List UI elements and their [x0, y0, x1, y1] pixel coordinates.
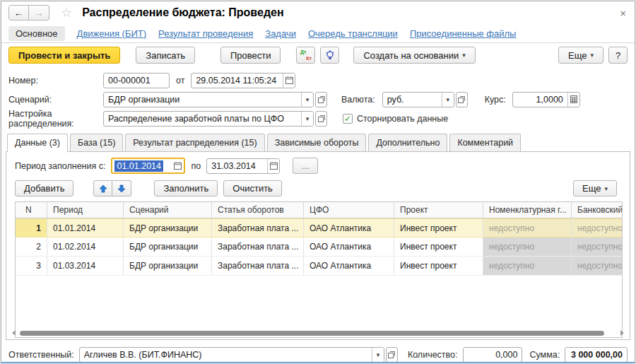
cell-scenario: БДР организации [124, 257, 212, 275]
fill-period-row: Период заполнения с: 01.01.2014 по 31.03… [15, 158, 630, 174]
responsible-open-button[interactable] [386, 347, 398, 363]
period-from-input[interactable]: 01.01.2014 [111, 158, 185, 174]
nav-links-row: Основное Движения (БИТ) Результат провед… [1, 24, 635, 43]
table-row[interactable]: 2 01.02.2014 БДР организации Заработная … [16, 237, 622, 257]
more-button[interactable]: Еще ▾ [558, 47, 603, 64]
quantity-input[interactable]: 0,000 [463, 347, 523, 363]
cell-nomenclature: недоступно [483, 219, 572, 237]
move-down-button[interactable] [112, 180, 131, 196]
tab-distribution-result[interactable]: Результат распределения (15) [125, 134, 264, 152]
document-footer: Ответственный: Агличев В.В. (БИТ.ФИНАНС)… [1, 343, 635, 363]
lightbulb-icon [325, 50, 335, 61]
currency-label: Валюта: [341, 95, 375, 105]
tab-bar: Данные (3) База (15) Результат распредел… [1, 134, 635, 152]
move-up-button[interactable] [93, 180, 112, 196]
create-based-on-button[interactable]: Создать на основании ▾ [353, 47, 475, 64]
setting-dropdown-icon[interactable]: ▾ [301, 112, 313, 126]
calendar-icon[interactable] [267, 159, 279, 173]
cell-article: Заработная плата ... [212, 237, 304, 256]
table-row[interactable]: 3 01.03.2014 БДР организации Заработная … [16, 257, 622, 276]
col-header-article[interactable]: Статья оборотов [212, 202, 304, 218]
col-header-project[interactable]: Проект [394, 202, 483, 218]
col-header-n[interactable]: N [16, 202, 47, 218]
nav-link-attached-files[interactable]: Присоединенные файлы [410, 28, 517, 39]
hint-bulb-button[interactable] [320, 47, 339, 64]
col-header-cfo[interactable]: ЦФО [304, 202, 394, 218]
clear-button[interactable]: Очистить [223, 180, 282, 196]
cell-n: 1 [16, 219, 47, 237]
nav-link-broadcast-queue[interactable]: Очередь трансляции [308, 28, 398, 39]
cell-project: Инвест проект [394, 219, 483, 237]
setting-open-button[interactable] [315, 111, 327, 127]
currency-open-button[interactable] [456, 92, 468, 107]
move-row-buttons [93, 180, 131, 196]
setting-label: Настройка распределения: [8, 109, 103, 129]
help-button[interactable]: ? [608, 47, 628, 64]
period-to-input[interactable]: 31.03.2014 [206, 158, 280, 174]
cell-n: 3 [16, 257, 47, 275]
col-header-scenario[interactable]: Сценарий [124, 202, 212, 218]
save-button[interactable]: Записать [136, 47, 195, 64]
tab-additional[interactable]: Дополнительно [368, 134, 447, 152]
table-header-row: N Период Сценарий Статья оборотов ЦФО Пр… [16, 202, 622, 218]
currency-input[interactable]: руб. ▾ [382, 92, 454, 107]
tab-base[interactable]: База (15) [70, 134, 123, 152]
storno-checkbox[interactable]: ✓ Сторнировать данные [343, 114, 448, 124]
sum-input[interactable]: 3 000 000,00 [565, 347, 628, 363]
nav-item-main[interactable]: Основное [8, 26, 65, 41]
period-label: Период заполнения с: [15, 161, 105, 171]
cell-nomenclature: недоступно [483, 257, 572, 275]
currency-dropdown-icon[interactable]: ▾ [442, 93, 454, 107]
back-button[interactable]: ← [8, 5, 29, 20]
scroll-right-icon[interactable] [620, 330, 624, 336]
arrow-up-icon [99, 184, 107, 193]
number-input[interactable]: 00-000001 [103, 73, 170, 88]
calculator-icon[interactable] [567, 93, 579, 107]
scenario-dropdown-icon[interactable]: ▾ [301, 93, 313, 107]
scenario-open-button[interactable] [315, 92, 327, 107]
col-header-bank[interactable]: Банковский сч [572, 202, 623, 218]
scenario-row: Сценарий: БДР организации ▾ Валюта: руб.… [8, 91, 628, 107]
post-and-close-button[interactable]: Провести и закрыть [8, 47, 120, 64]
scrollbar-thumb[interactable] [20, 331, 604, 336]
distribution-setting-row: Настройка распределения: Распределение з… [8, 110, 628, 127]
horizontal-scrollbar[interactable] [12, 329, 624, 337]
cell-project: Инвест проект [394, 237, 483, 256]
nav-link-movements[interactable]: Движения (БИТ) [77, 28, 146, 39]
storno-label: Сторнировать данные [357, 114, 448, 124]
dtkt-postings-button[interactable]: ДтКт [296, 47, 315, 64]
calendar-icon[interactable] [172, 159, 184, 172]
scrollbar-track[interactable] [20, 330, 616, 336]
add-row-button[interactable]: Добавить [15, 180, 73, 196]
tab-data[interactable]: Данные (3) [7, 134, 68, 152]
period-choose-button[interactable]: ... [293, 158, 318, 174]
post-button[interactable]: Провести [220, 47, 281, 64]
cell-bank: недоступно [572, 219, 623, 237]
nav-link-post-result[interactable]: Результат проведения [158, 28, 253, 39]
datetime-input[interactable]: 29.05.2014 11:05:24 [191, 73, 295, 88]
col-header-period[interactable]: Период [47, 202, 124, 218]
chevron-down-icon: ▾ [462, 52, 466, 59]
nav-link-tasks[interactable]: Задачи [265, 28, 296, 39]
tab-dependent-turnovers[interactable]: Зависимые обороты [267, 134, 367, 152]
responsible-dropdown-icon[interactable]: ▾ [372, 348, 384, 362]
rate-input[interactable]: 1,0000 [512, 92, 580, 107]
tab-comment[interactable]: Комментарий [449, 134, 521, 152]
favorite-star-icon[interactable]: ☆ [61, 6, 72, 19]
page-title: Распределение бюджета: Проведен [82, 6, 283, 19]
responsible-input[interactable]: Агличев В.В. (БИТ.ФИНАНС) ▾ [79, 347, 384, 363]
fill-button[interactable]: Заполнить [154, 180, 218, 196]
forward-button[interactable]: → [29, 5, 49, 20]
table-more-label: Еще [582, 183, 601, 194]
scenario-input[interactable]: БДР организации ▾ [103, 92, 314, 107]
close-icon[interactable]: × [620, 7, 626, 19]
chevron-down-icon: ▾ [590, 52, 594, 59]
table-more-button[interactable]: Еще ▾ [573, 180, 617, 196]
forward-icon: → [34, 7, 44, 18]
calendar-icon[interactable] [283, 74, 295, 88]
table-row[interactable]: 1 01.01.2014 БДР организации Заработная … [16, 218, 622, 237]
scroll-left-icon[interactable] [12, 330, 16, 336]
setting-input[interactable]: Распределение заработной платы по ЦФО ▾ [103, 111, 314, 127]
open-icon [318, 96, 325, 103]
col-header-nomenclature[interactable]: Номенклатурная г... [483, 202, 572, 218]
